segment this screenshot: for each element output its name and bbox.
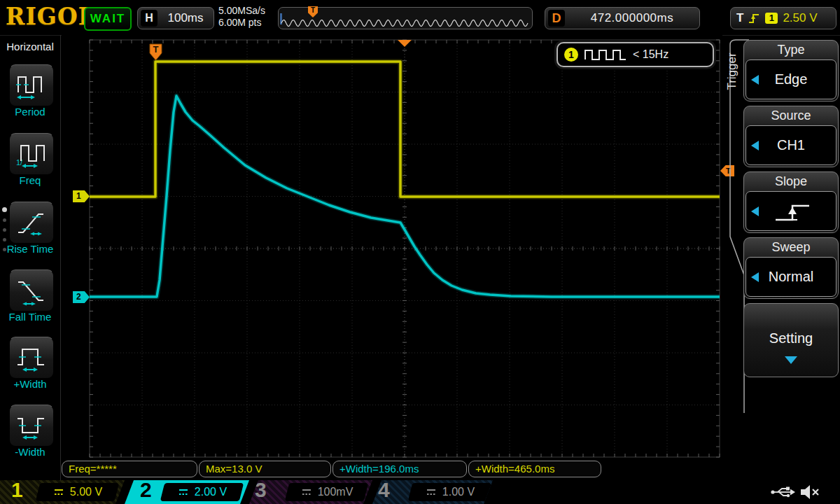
measurement-pwidth-ch1: +Width=465.0ms: [468, 461, 601, 477]
trigger-level-value: 2.50 V: [783, 11, 817, 25]
channel-1-status[interactable]: 1 5.00 V: [0, 480, 125, 504]
rising-edge-icon: [748, 13, 760, 24]
plus-width-button[interactable]: [9, 337, 54, 379]
ch3-scale: 100mV: [318, 486, 354, 498]
plus-width-icon: [15, 342, 48, 373]
usb-icon: [770, 484, 797, 500]
channel-4-status[interactable]: 4 1.00 V: [372, 480, 493, 504]
oscilloscope-screen: RIGOL WAIT H 100ms 5.00MSa/s 6.00M pts T…: [0, 0, 840, 504]
freq-label: Freq: [0, 174, 60, 186]
chevron-down-icon: [785, 356, 797, 364]
source-value: CH1: [777, 137, 805, 153]
dc-coupling-icon: [300, 488, 313, 496]
ch1-scale: 5.00 V: [70, 486, 102, 498]
sweep-header: Sweep: [746, 239, 836, 257]
trigger-menu: Type Edge Source CH1 Slope Sweep Normal: [743, 40, 839, 377]
svg-text:T: T: [153, 44, 159, 55]
trigger-frequency-badge: 1 < 15Hz: [556, 42, 714, 67]
type-softkey[interactable]: Type Edge: [743, 40, 839, 102]
freq-icon: 1/: [15, 139, 48, 169]
waveform-preview-strip: T: [278, 7, 533, 29]
sweep-value: Normal: [769, 269, 813, 285]
period-icon: [15, 70, 48, 101]
memory-depth: 6.00M pts: [218, 17, 265, 29]
fall-time-icon: [15, 275, 48, 306]
h-label: H: [141, 10, 158, 27]
rise-time-icon: [15, 207, 48, 238]
delay-value: 472.000000ms: [565, 11, 699, 25]
fall-time-button[interactable]: [9, 270, 54, 312]
menu-page-dot-active: [2, 207, 7, 212]
measurement-pwidth-ch2: +Width=196.0ms: [332, 461, 467, 477]
timebase-value: 100ms: [158, 11, 214, 25]
ch1-number: 1: [11, 478, 23, 502]
trigger-source-badge: 1: [765, 13, 778, 24]
acquisition-status: WAIT: [84, 7, 132, 31]
slope-softkey[interactable]: Slope: [743, 172, 839, 233]
type-value: Edge: [775, 71, 808, 88]
menu-page-dot: [3, 228, 6, 232]
channel-3-status[interactable]: 3 100mV: [249, 480, 372, 504]
left-triangle-icon: [751, 206, 759, 216]
left-menu-title: Horizontal: [0, 41, 60, 52]
sample-rate: 5.00MSa/s: [218, 5, 265, 17]
channel-2-status[interactable]: 2 2.00 V: [125, 480, 249, 504]
preview-sine-icon: [280, 16, 531, 30]
type-header: Type: [746, 42, 836, 59]
menu-page-dot: [3, 248, 6, 251]
graticule: T: [62, 35, 722, 462]
minus-width-icon: [15, 410, 48, 441]
ch4-scale: 1.00 V: [442, 486, 475, 498]
channel-status-bar: 1 5.00 V 2 2.00 V 3: [0, 480, 840, 504]
left-triangle-icon: [751, 141, 759, 150]
ch2-scale: 2.00 V: [195, 486, 227, 498]
dc-coupling-icon: [177, 488, 190, 496]
horizontal-timebase-box[interactable]: H 100ms: [137, 7, 214, 29]
badge-frequency-text: < 15Hz: [633, 48, 668, 61]
dc-coupling-icon: [52, 488, 65, 496]
minus-width-button[interactable]: [9, 405, 54, 447]
rigol-logo: RIGOL: [6, 3, 95, 30]
left-triangle-icon: [751, 272, 759, 282]
ch3-number: 3: [255, 478, 267, 502]
menu-page-dot: [3, 218, 6, 222]
ch2-number: 2: [140, 478, 152, 502]
source-softkey[interactable]: Source CH1: [743, 106, 839, 167]
d-label: D: [548, 10, 565, 27]
fall-time-label: Fall Time: [0, 311, 60, 323]
status-bar: RIGOL WAIT H 100ms 5.00MSa/s 6.00M pts T…: [0, 0, 840, 36]
slope-header: Slope: [746, 174, 836, 191]
plus-width-label: +Width: [0, 378, 60, 390]
setting-label: Setting: [744, 330, 838, 346]
t-label: T: [736, 11, 743, 25]
rise-time-label: Rise Time: [0, 243, 60, 255]
rise-time-button[interactable]: [9, 202, 54, 244]
source-header: Source: [746, 108, 836, 125]
badge-channel-chip: 1: [564, 48, 578, 62]
sample-rate-block: 5.00MSa/s 6.00M pts: [218, 5, 265, 29]
sweep-softkey[interactable]: Sweep Normal: [743, 237, 839, 299]
period-button[interactable]: [9, 64, 54, 106]
speaker-muted-icon: [799, 483, 822, 501]
minus-width-label: -Width: [0, 446, 60, 458]
left-measure-menu: Horizontal Period 1/ Freq: [0, 35, 61, 480]
freq-button[interactable]: 1/: [9, 133, 54, 175]
trigger-status-box[interactable]: T 1 2.50 V: [730, 7, 836, 29]
trigger-delay-box[interactable]: D 472.000000ms: [545, 7, 700, 29]
svg-text:1/: 1/: [16, 158, 23, 167]
period-label: Period: [0, 106, 60, 118]
pulse-train-icon: [584, 48, 627, 62]
ch4-number: 4: [378, 478, 390, 502]
rising-edge-icon: [766, 197, 816, 225]
setting-softkey[interactable]: Setting: [743, 303, 839, 377]
left-triangle-icon: [751, 75, 759, 85]
dc-coupling-icon: [425, 488, 438, 496]
trigger-menu-tab: Trigger: [725, 39, 741, 104]
measurement-max: Max=13.0 V: [199, 461, 331, 477]
menu-page-dot: [3, 238, 6, 241]
measurement-freq: Freq=*****: [62, 461, 197, 477]
